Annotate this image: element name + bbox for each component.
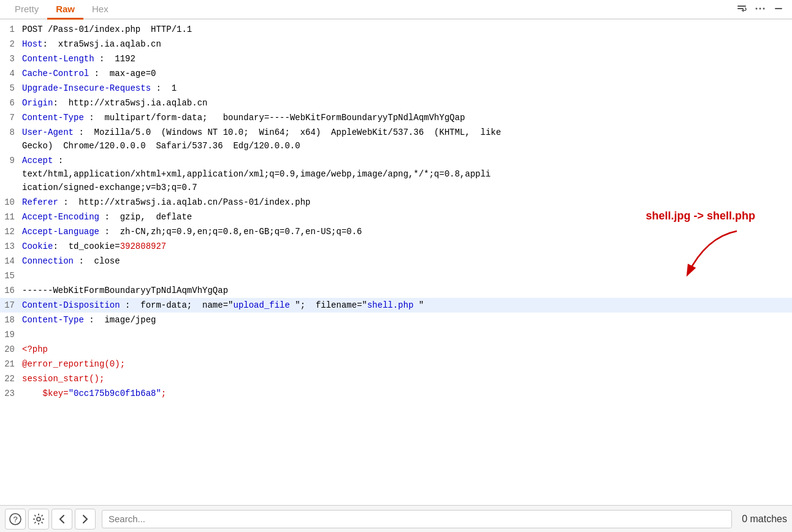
- line-number: 7: [0, 111, 22, 124]
- code-token: : td_cookie=: [53, 241, 120, 251]
- code-token: Origin: [22, 98, 53, 108]
- tab-raw[interactable]: Raw: [47, 1, 83, 20]
- code-token: upload_file: [233, 300, 295, 310]
- code-token: Accept-Language: [22, 227, 99, 237]
- code-token: Content-Disposition: [22, 300, 120, 310]
- code-line: 23 $key="0cc175b9c0f1b6a8";: [0, 386, 792, 401]
- forward-button[interactable]: [75, 509, 96, 530]
- help-button[interactable]: ?: [5, 509, 26, 530]
- code-token: Host: [22, 39, 43, 49]
- code-token: : close: [74, 256, 120, 266]
- code-line: 11Accept-Encoding : gzip, deflate: [0, 210, 792, 224]
- code-line: 1POST /Pass-01/index.php HTTP/1.1: [0, 22, 792, 37]
- code-token: : 1192: [94, 54, 135, 64]
- svg-point-3: [760, 8, 761, 10]
- code-line: 20<?php: [0, 342, 792, 357]
- code-line: 15: [0, 268, 792, 283]
- search-input[interactable]: [102, 510, 732, 528]
- code-token: : form-data; name=": [120, 300, 234, 310]
- code-token: ": [419, 300, 424, 310]
- line-content: Content-Disposition : form-data; name="u…: [22, 298, 792, 312]
- code-line: 7Content-Type : multipart/form-data; bou…: [0, 110, 792, 125]
- line-number: 6: [0, 96, 22, 110]
- code-token: : multipart/form-data; boundary=----WebK…: [84, 113, 465, 123]
- code-line: 2Host: xtra5wsj.ia.aqlab.cn: [0, 37, 792, 51]
- line-content: session_start();: [22, 372, 792, 386]
- code-token: Content-Length: [22, 54, 94, 64]
- line-content: Referer : http://xtra5wsj.ia.aqlab.cn/Pa…: [22, 196, 792, 209]
- line-number: 19: [0, 328, 22, 341]
- tab-bar: Pretty Raw Hex: [0, 0, 792, 20]
- line-number: 22: [0, 372, 22, 386]
- settings-button[interactable]: [28, 509, 49, 530]
- code-container: 1POST /Pass-01/index.php HTTP/1.12Host: …: [0, 22, 792, 401]
- line-number: 11: [0, 210, 22, 224]
- code-line: 4Cache-Control : max-age=0: [0, 66, 792, 81]
- code-token: : text/html,application/xhtml+xml,applic…: [22, 156, 491, 192]
- line-number: 14: [0, 254, 22, 268]
- code-token: Upgrade-Insecure-Requests: [22, 83, 151, 93]
- code-line: 8User-Agent : Mozilla/5.0 (Windows NT 10…: [0, 125, 792, 153]
- line-content: POST /Pass-01/index.php HTTP/1.1: [22, 23, 792, 36]
- search-input-wrap: [102, 510, 732, 528]
- code-token: Accept-Encoding: [22, 212, 99, 222]
- code-line: 10Referer : http://xtra5wsj.ia.aqlab.cn/…: [0, 195, 792, 210]
- line-content: [22, 269, 792, 283]
- code-line: 13Cookie: td_cookie=392808927: [0, 239, 792, 254]
- line-number: 18: [0, 313, 22, 327]
- code-token: POST /Pass-01/index.php HTTP/1.1: [22, 25, 192, 34]
- wrap-icon[interactable]: [734, 1, 749, 16]
- line-content: Content-Type : image/jpeg: [22, 313, 792, 327]
- line-number: 13: [0, 240, 22, 253]
- line-content: Host: xtra5wsj.ia.aqlab.cn: [22, 37, 792, 51]
- line-number: 21: [0, 357, 22, 371]
- more-icon[interactable]: [753, 1, 767, 16]
- line-number: 8: [0, 126, 22, 139]
- line-content: Cookie: td_cookie=392808927: [22, 240, 792, 253]
- code-token: Content-Type: [22, 113, 84, 123]
- code-token: ------WebKitFormBoundaryyTpNdlAqmVhYgQap: [22, 286, 228, 295]
- tab-pretty[interactable]: Pretty: [6, 1, 47, 20]
- code-token: Cache-Control: [22, 69, 89, 78]
- code-token: Connection: [22, 256, 74, 266]
- tab-right-icons: [734, 1, 786, 18]
- svg-rect-0: [737, 6, 746, 7]
- code-token: 392808927: [120, 241, 167, 251]
- svg-point-4: [763, 8, 765, 10]
- code-token: : image/jpeg: [84, 315, 156, 325]
- code-token: "; filename=": [295, 300, 367, 310]
- code-line: 6Origin: http://xtra5wsj.ia.aqlab.cn: [0, 96, 792, 110]
- code-line: 12Accept-Language : zh-CN,zh;q=0.9,en;q=…: [0, 224, 792, 239]
- line-number: 16: [0, 284, 22, 297]
- line-number: 2: [0, 37, 22, 51]
- line-content: @error_reporting(0);: [22, 357, 792, 371]
- line-content: Content-Length : 1192: [22, 52, 792, 66]
- svg-rect-5: [775, 8, 782, 9]
- line-content: Accept-Encoding : gzip, deflate: [22, 210, 792, 224]
- code-line: 5Upgrade-Insecure-Requests : 1: [0, 81, 792, 96]
- code-token: "0cc175b9c0f1b6a8": [69, 389, 161, 398]
- code-token: session_start();: [22, 374, 104, 384]
- back-button[interactable]: [51, 509, 72, 530]
- line-number: 12: [0, 225, 22, 238]
- minimize-icon[interactable]: [771, 1, 786, 16]
- code-token: : http://xtra5wsj.ia.aqlab.cn: [53, 98, 207, 108]
- line-number: 23: [0, 387, 22, 400]
- line-content: $key="0cc175b9c0f1b6a8";: [22, 387, 792, 400]
- tab-hex[interactable]: Hex: [83, 1, 117, 20]
- code-token: @error_reporting(0);: [22, 359, 125, 369]
- code-line: 18Content-Type : image/jpeg: [0, 313, 792, 327]
- code-line: 19: [0, 327, 792, 342]
- line-number: 5: [0, 82, 22, 95]
- line-content: Origin: http://xtra5wsj.ia.aqlab.cn: [22, 96, 792, 110]
- line-number: 9: [0, 154, 22, 167]
- bottom-bar: ? 0 matches: [0, 505, 792, 532]
- code-token: : max-age=0: [89, 69, 156, 78]
- code-token: : http://xtra5wsj.ia.aqlab.cn/Pass-01/in…: [58, 197, 311, 207]
- svg-text:?: ?: [13, 515, 17, 524]
- code-line: 9Accept : text/html,application/xhtml+xm…: [0, 153, 792, 195]
- line-content: Accept-Language : zh-CN,zh;q=0.9,en;q=0.…: [22, 225, 792, 238]
- line-number: 3: [0, 52, 22, 66]
- line-content: <?php: [22, 343, 792, 356]
- svg-point-9: [37, 517, 40, 521]
